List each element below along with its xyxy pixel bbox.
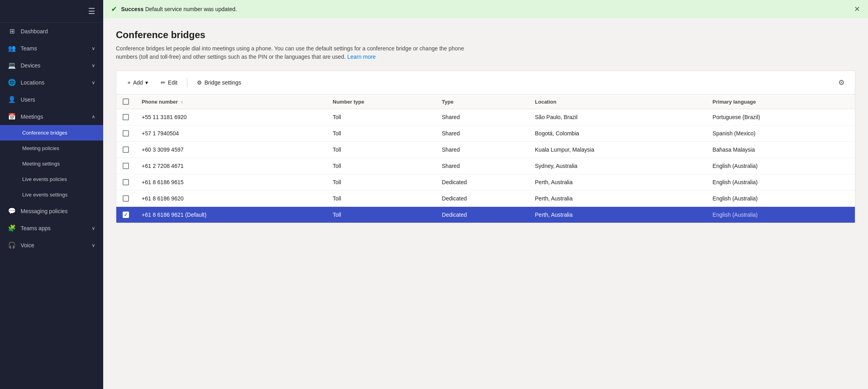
sidebar: ☰ ⊞ Dashboard 👥 Teams ∨ 💻 Devices ∨ 🌐 Lo… bbox=[0, 0, 103, 389]
toolbar: + Add ▾ ✏ Edit ⚙ Bridge settings ⚙ bbox=[116, 71, 855, 94]
sidebar-item-label: Users bbox=[21, 96, 35, 103]
cell-type: Dedicated bbox=[435, 174, 528, 191]
cell-phone: +60 3 3099 4597 bbox=[135, 142, 326, 158]
cell-location: Kuala Lumpur, Malaysia bbox=[529, 142, 706, 158]
sidebar-subitem-label: Conference bridges bbox=[22, 130, 67, 136]
row-checkbox-cell bbox=[116, 174, 135, 191]
meetings-icon: 📅 bbox=[8, 113, 16, 120]
column-settings-button[interactable]: ⚙ bbox=[834, 76, 849, 89]
learn-more-link[interactable]: Learn more bbox=[347, 54, 376, 60]
toolbar-separator bbox=[187, 78, 187, 87]
cell-location: Sydney, Australia bbox=[529, 158, 706, 174]
sidebar-header: ☰ bbox=[0, 0, 103, 23]
page-body: Conference bridges Conference bridges le… bbox=[103, 18, 868, 389]
row-checkbox[interactable] bbox=[123, 212, 129, 218]
banner-bold: Success bbox=[121, 6, 144, 12]
sidebar-item-messaging-policies[interactable]: 💬 Messaging policies bbox=[0, 202, 103, 220]
sidebar-subitem-label: Meeting settings bbox=[22, 161, 60, 167]
close-icon[interactable]: ✕ bbox=[854, 5, 860, 13]
cell-location: São Paulo, Brazil bbox=[529, 109, 706, 125]
data-table: Phone number ↑ Number type Type Location… bbox=[116, 94, 855, 223]
devices-icon: 💻 bbox=[8, 62, 16, 69]
page-title: Conference bridges bbox=[116, 29, 855, 40]
row-checkbox-cell bbox=[116, 207, 135, 223]
row-checkbox[interactable] bbox=[123, 195, 129, 202]
cell-phone: +61 8 6186 9621 (Default) bbox=[135, 207, 326, 223]
edit-label: Edit bbox=[168, 79, 177, 86]
table-header-row: Phone number ↑ Number type Type Location… bbox=[116, 94, 855, 109]
cell-location: Bogotá, Colombia bbox=[529, 125, 706, 142]
cell-type: Shared bbox=[435, 142, 528, 158]
sidebar-item-meeting-settings[interactable]: Meeting settings bbox=[0, 156, 103, 171]
sidebar-item-label: Meetings bbox=[21, 114, 43, 120]
select-all-checkbox[interactable] bbox=[123, 98, 129, 105]
cell-type: Shared bbox=[435, 109, 528, 125]
sidebar-item-locations[interactable]: 🌐 Locations ∨ bbox=[0, 74, 103, 91]
messaging-icon: 💬 bbox=[8, 207, 16, 215]
table-row[interactable]: +61 8 6186 9615 Toll Dedicated Perth, Au… bbox=[116, 174, 855, 191]
chevron-up-icon: ∧ bbox=[92, 114, 95, 119]
sidebar-item-teams[interactable]: 👥 Teams ∨ bbox=[0, 40, 103, 57]
cell-phone: +61 2 7208 4671 bbox=[135, 158, 326, 174]
add-chevron-icon: ▾ bbox=[145, 79, 148, 86]
cell-number-type: Toll bbox=[326, 109, 435, 125]
edit-button[interactable]: ✏ Edit bbox=[156, 77, 182, 88]
cell-language: Bahasa Malaysia bbox=[706, 142, 855, 158]
cell-location: Perth, Australia bbox=[529, 207, 706, 223]
cell-phone: +61 8 6186 9615 bbox=[135, 174, 326, 191]
sidebar-item-live-events-policies[interactable]: Live events policies bbox=[0, 171, 103, 187]
voice-icon: 🎧 bbox=[8, 241, 16, 249]
locations-icon: 🌐 bbox=[8, 79, 16, 86]
gear-icon: ⚙ bbox=[838, 79, 845, 87]
bridge-settings-button[interactable]: ⚙ Bridge settings bbox=[192, 77, 246, 88]
main-content: ✔ Success Default service number was upd… bbox=[103, 0, 868, 389]
teams-icon: 👥 bbox=[8, 44, 16, 52]
sidebar-item-label: Teams apps bbox=[21, 225, 50, 231]
row-checkbox[interactable] bbox=[123, 146, 129, 153]
add-button[interactable]: + Add ▾ bbox=[123, 77, 153, 88]
row-checkbox-cell bbox=[116, 142, 135, 158]
row-checkbox[interactable] bbox=[123, 179, 129, 185]
users-icon: 👤 bbox=[8, 96, 16, 103]
cell-language: Spanish (Mexico) bbox=[706, 125, 855, 142]
table-row[interactable]: +57 1 7940504 Toll Shared Bogotá, Colomb… bbox=[116, 125, 855, 142]
cell-type: Dedicated bbox=[435, 207, 528, 223]
sidebar-item-users[interactable]: 👤 Users bbox=[0, 91, 103, 108]
cell-number-type: Toll bbox=[326, 125, 435, 142]
row-checkbox[interactable] bbox=[123, 114, 129, 120]
sidebar-item-meeting-policies[interactable]: Meeting policies bbox=[0, 141, 103, 156]
sidebar-item-conference-bridges[interactable]: Conference bridges bbox=[0, 125, 103, 141]
table-row[interactable]: +61 8 6186 9620 Toll Dedicated Perth, Au… bbox=[116, 191, 855, 207]
cell-language: English (Australia) bbox=[706, 191, 855, 207]
cell-number-type: Toll bbox=[326, 191, 435, 207]
chevron-down-icon: ∨ bbox=[92, 46, 95, 51]
cell-location: Perth, Australia bbox=[529, 174, 706, 191]
banner-message: Default service number was updated. bbox=[144, 6, 237, 12]
cell-number-type: Toll bbox=[326, 158, 435, 174]
sidebar-item-label: Messaging policies bbox=[21, 208, 67, 214]
table-row[interactable]: +61 2 7208 4671 Toll Shared Sydney, Aust… bbox=[116, 158, 855, 174]
sidebar-item-meetings[interactable]: 📅 Meetings ∧ bbox=[0, 108, 103, 125]
header-type: Type bbox=[435, 94, 528, 109]
chevron-down-icon: ∨ bbox=[92, 243, 95, 248]
cell-type: Shared bbox=[435, 125, 528, 142]
table-row[interactable]: +61 8 6186 9621 (Default) Toll Dedicated… bbox=[116, 207, 855, 223]
sidebar-item-voice[interactable]: 🎧 Voice ∨ bbox=[0, 237, 103, 254]
row-checkbox[interactable] bbox=[123, 130, 129, 137]
sidebar-item-dashboard[interactable]: ⊞ Dashboard bbox=[0, 23, 103, 40]
table-row[interactable]: +55 11 3181 6920 Toll Shared São Paulo, … bbox=[116, 109, 855, 125]
sidebar-item-devices[interactable]: 💻 Devices ∨ bbox=[0, 57, 103, 74]
conference-bridges-table-container: + Add ▾ ✏ Edit ⚙ Bridge settings ⚙ bbox=[116, 71, 855, 223]
table-row[interactable]: +60 3 3099 4597 Toll Shared Kuala Lumpur… bbox=[116, 142, 855, 158]
sidebar-item-teams-apps[interactable]: 🧩 Teams apps ∨ bbox=[0, 220, 103, 237]
row-checkbox[interactable] bbox=[123, 163, 129, 169]
header-primary-language: Primary language bbox=[706, 94, 855, 109]
cell-language: English (Australia) bbox=[706, 174, 855, 191]
cell-phone: +57 1 7940504 bbox=[135, 125, 326, 142]
hamburger-icon[interactable]: ☰ bbox=[88, 6, 95, 16]
cell-type: Dedicated bbox=[435, 191, 528, 207]
header-checkbox-col bbox=[116, 94, 135, 109]
sidebar-item-live-events-settings[interactable]: Live events settings bbox=[0, 187, 103, 202]
dashboard-icon: ⊞ bbox=[8, 27, 16, 35]
cell-phone: +61 8 6186 9620 bbox=[135, 191, 326, 207]
